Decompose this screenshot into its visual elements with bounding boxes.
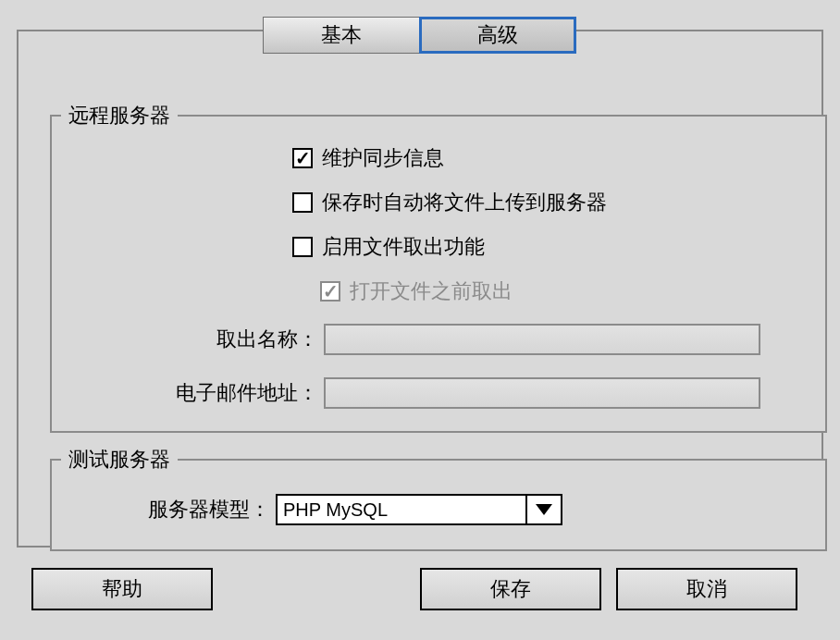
checkbox-auto-upload[interactable]	[292, 192, 313, 213]
label-enable-checkout: 启用文件取出功能	[322, 233, 485, 261]
dialog-frame: 远程服务器 维护同步信息 保存时自动将文件上传到服务器 启用文件取出功能 打开文…	[17, 30, 823, 548]
input-email[interactable]	[324, 377, 760, 409]
label-server-model: 服务器模型：	[67, 496, 270, 523]
input-checkout-name[interactable]	[324, 324, 760, 355]
select-server-model[interactable]: PHP MySQL	[276, 494, 562, 525]
tab-basic[interactable]: 基本	[263, 17, 420, 54]
checkbox-checkout-before-open	[320, 281, 340, 302]
select-server-model-button[interactable]	[525, 496, 561, 523]
label-auto-upload: 保存时自动将文件上传到服务器	[322, 189, 607, 216]
save-button[interactable]: 保存	[420, 568, 601, 610]
label-sync-info: 维护同步信息	[322, 144, 444, 172]
checkbox-sync-info[interactable]	[292, 148, 313, 168]
help-button[interactable]: 帮助	[31, 568, 213, 610]
groupbox-remote-legend: 远程服务器	[61, 102, 178, 129]
cancel-button[interactable]: 取消	[616, 568, 797, 610]
tab-advanced[interactable]: 高级	[419, 17, 576, 54]
groupbox-test-legend: 测试服务器	[61, 446, 178, 474]
groupbox-remote-server: 远程服务器 维护同步信息 保存时自动将文件上传到服务器 启用文件取出功能 打开文…	[50, 115, 827, 433]
label-checkout-name: 取出名称：	[93, 326, 318, 353]
label-checkout-before-open: 打开文件之前取出	[350, 277, 513, 305]
chevron-down-icon	[536, 504, 552, 515]
groupbox-test-server: 测试服务器 服务器模型： PHP MySQL	[50, 459, 827, 551]
select-server-model-value: PHP MySQL	[278, 496, 525, 523]
label-email: 电子邮件地址：	[93, 379, 318, 407]
checkbox-enable-checkout[interactable]	[292, 237, 313, 257]
